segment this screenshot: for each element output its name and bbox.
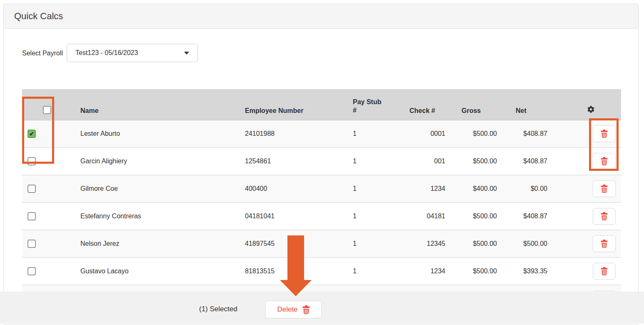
employee-number: 1254861 bbox=[236, 148, 346, 175]
pay-stub-number: 1 bbox=[346, 120, 400, 148]
quick-calcs-table: Name Employee Number Pay Stub # Check # … bbox=[22, 89, 621, 312]
gear-icon bbox=[587, 106, 594, 113]
trash-icon bbox=[601, 212, 608, 220]
employee-name: Gustavo Lacayo bbox=[71, 258, 236, 285]
table-row: Garcin Alighiery 1254861 1 001 $500.00 $… bbox=[22, 148, 621, 175]
trash-icon bbox=[601, 130, 608, 138]
net-amount: $408.87 bbox=[504, 148, 554, 175]
page-title: Quick Calcs bbox=[14, 11, 63, 22]
employee-number: 81813515 bbox=[236, 258, 346, 285]
table-row: Nelson Jerez 41897545 1 12345 $500.00 $5… bbox=[22, 230, 621, 258]
trash-icon bbox=[601, 240, 608, 248]
employee-number: 41897545 bbox=[236, 230, 346, 258]
select-payroll-label: Select Payroll bbox=[22, 44, 67, 62]
pay-stub-number: 1 bbox=[346, 148, 400, 175]
row-checkbox[interactable] bbox=[27, 157, 36, 165]
trash-icon bbox=[601, 185, 608, 193]
footer-action-bar: (1) Selected Delete bbox=[0, 292, 644, 324]
gross-amount: $400.00 bbox=[452, 175, 504, 202]
trash-icon bbox=[302, 305, 310, 314]
employee-number: 04181041 bbox=[236, 202, 346, 230]
employee-number: 400400 bbox=[236, 175, 346, 202]
net-amount: $408.87 bbox=[504, 202, 554, 230]
check-number: 04181 bbox=[400, 202, 452, 230]
gross-amount: $500.00 bbox=[452, 120, 504, 148]
gross-amount: $500.00 bbox=[452, 230, 504, 258]
check-number: 001 bbox=[400, 148, 452, 175]
column-settings-header[interactable] bbox=[554, 89, 621, 120]
net-amount: $0.00 bbox=[504, 175, 554, 202]
row-checkbox[interactable] bbox=[27, 240, 36, 248]
delete-row-button[interactable] bbox=[593, 263, 616, 280]
quick-calcs-page: Quick Calcs Select Payroll Test123 - 05/… bbox=[0, 0, 644, 325]
table-body: ✔ Lester Aburto 24101988 1 0001 $500.00 … bbox=[22, 120, 621, 312]
employee-name: Gilmore Coe bbox=[71, 175, 236, 202]
column-header-net: Net bbox=[504, 89, 554, 120]
column-header-employee-number: Employee Number bbox=[236, 89, 346, 120]
table-row: Estefanny Contreras 04181041 1 04181 $50… bbox=[22, 202, 621, 230]
row-checkbox[interactable] bbox=[27, 185, 36, 193]
chevron-down-icon bbox=[184, 52, 189, 55]
row-checkbox[interactable]: ✔ bbox=[27, 130, 36, 138]
check-number: 0001 bbox=[400, 120, 452, 148]
delete-row-button[interactable] bbox=[593, 153, 616, 170]
check-number: 1234 bbox=[400, 258, 452, 285]
net-amount: $393.35 bbox=[504, 258, 554, 285]
table-row: ✔ Lester Aburto 24101988 1 0001 $500.00 … bbox=[22, 120, 621, 148]
row-checkbox[interactable] bbox=[27, 212, 36, 220]
payroll-selector-row: Select Payroll Test123 - 05/16/2023 bbox=[22, 44, 198, 62]
delete-row-button[interactable] bbox=[593, 125, 616, 142]
pay-stub-number: 1 bbox=[346, 258, 400, 285]
payroll-dropdown[interactable]: Test123 - 05/16/2023 bbox=[67, 44, 198, 62]
delete-row-button[interactable] bbox=[593, 180, 616, 197]
check-number: 12345 bbox=[400, 230, 452, 258]
employee-name: Estefanny Contreras bbox=[71, 202, 236, 230]
column-header-name: Name bbox=[71, 89, 236, 120]
column-header-gross: Gross bbox=[452, 89, 504, 120]
table-row: Gilmore Coe 400400 1 1234 $400.00 $0.00 bbox=[22, 175, 621, 202]
net-amount: $408.87 bbox=[504, 120, 554, 148]
column-header-check: Check # bbox=[400, 89, 452, 120]
trash-icon bbox=[601, 267, 608, 275]
quick-calcs-panel: Quick Calcs Select Payroll Test123 - 05/… bbox=[3, 4, 639, 325]
gross-amount: $500.00 bbox=[452, 148, 504, 175]
net-amount: $500.00 bbox=[504, 230, 554, 258]
employee-name: Lester Aburto bbox=[71, 120, 236, 148]
gross-amount: $500.00 bbox=[452, 202, 504, 230]
payroll-dropdown-value: Test123 - 05/16/2023 bbox=[75, 49, 181, 57]
column-header-pay-stub: Pay Stub # bbox=[346, 89, 400, 120]
table-header-row: Name Employee Number Pay Stub # Check # … bbox=[22, 89, 621, 120]
pay-stub-number: 1 bbox=[346, 230, 400, 258]
check-number: 1234 bbox=[400, 175, 452, 202]
select-all-checkbox[interactable] bbox=[43, 106, 51, 114]
employee-name: Garcin Alighiery bbox=[71, 148, 236, 175]
delete-selected-button[interactable]: Delete bbox=[265, 301, 322, 318]
trash-icon bbox=[601, 157, 608, 165]
panel-heading: Quick Calcs bbox=[4, 4, 638, 29]
row-checkbox[interactable] bbox=[27, 267, 36, 275]
employee-number: 24101988 bbox=[236, 120, 346, 148]
delete-row-button[interactable] bbox=[593, 235, 616, 252]
pay-stub-number: 1 bbox=[346, 202, 400, 230]
delete-row-button[interactable] bbox=[593, 208, 616, 225]
table-row: Gustavo Lacayo 81813515 1 1234 $500.00 $… bbox=[22, 258, 621, 285]
pay-stub-number: 1 bbox=[346, 175, 400, 202]
selected-count: (1) Selected bbox=[199, 305, 237, 313]
employee-name: Nelson Jerez bbox=[71, 230, 236, 258]
gross-amount: $500.00 bbox=[452, 258, 504, 285]
